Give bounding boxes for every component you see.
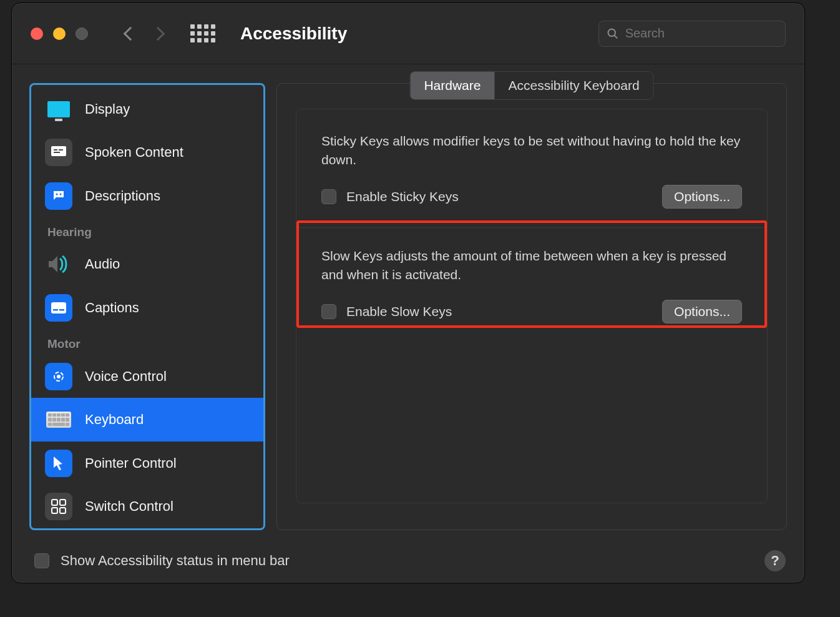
- window-body: Display Spoken Content Descriptions Hear…: [12, 64, 804, 543]
- svg-line-1: [614, 35, 617, 38]
- sidebar-item-pointer-control[interactable]: Pointer Control: [31, 442, 263, 485]
- traffic-lights: [31, 27, 88, 40]
- hardware-panel: Sticky Keys allows modifier keys to be s…: [296, 109, 768, 503]
- search-input[interactable]: [625, 26, 778, 41]
- audio-icon: [45, 250, 72, 278]
- sidebar-item-label: Display: [85, 101, 130, 117]
- sidebar-item-label: Switch Control: [85, 498, 173, 515]
- tab-hardware[interactable]: Hardware: [410, 72, 494, 99]
- sticky-keys-options-button[interactable]: Options...: [662, 185, 742, 209]
- svg-rect-5: [54, 152, 60, 153]
- zoom-window-button[interactable]: [76, 27, 88, 40]
- enable-slow-keys-label: Enable Slow Keys: [346, 304, 452, 319]
- window-title: Accessibility: [240, 24, 347, 44]
- preferences-window: Accessibility Display Spoken Content: [11, 2, 805, 583]
- footer: Show Accessibility status in menu bar ?: [12, 543, 804, 583]
- keyboard-icon: [45, 406, 72, 433]
- sidebar-item-label: Spoken Content: [85, 144, 183, 160]
- enable-sticky-keys-checkbox[interactable]: [321, 189, 336, 204]
- sticky-keys-description: Sticky Keys allows modifier keys to be s…: [321, 132, 742, 170]
- divider: [296, 227, 767, 228]
- help-button[interactable]: ?: [764, 550, 786, 571]
- sidebar-item-label: Audio: [85, 256, 120, 272]
- sidebar-item-captions[interactable]: Captions: [31, 286, 263, 330]
- pointer-control-icon: [45, 450, 72, 477]
- sidebar-item-keyboard[interactable]: Keyboard: [31, 398, 263, 442]
- svg-rect-16: [60, 508, 66, 513]
- captions-icon: [45, 294, 72, 322]
- svg-point-11: [57, 375, 61, 378]
- enable-slow-keys-checkbox[interactable]: [321, 304, 336, 319]
- svg-point-6: [56, 193, 58, 195]
- sidebar-item-switch-control[interactable]: Switch Control: [31, 485, 263, 529]
- descriptions-icon: [45, 182, 72, 210]
- slow-keys-description: Slow Keys adjusts the amount of time bet…: [321, 247, 742, 285]
- sidebar-item-label: Voice Control: [85, 368, 167, 385]
- sticky-keys-row: Enable Sticky Keys Options...: [321, 185, 742, 209]
- search-icon: [607, 27, 619, 41]
- slow-keys-options-button[interactable]: Options...: [662, 300, 742, 323]
- tab-bar: Hardware Accessibility Keyboard: [409, 71, 653, 100]
- nav-buttons: [125, 29, 163, 39]
- search-field[interactable]: [598, 21, 786, 47]
- minimize-window-button[interactable]: [53, 27, 66, 40]
- sidebar-item-descriptions[interactable]: Descriptions: [31, 174, 263, 218]
- voice-control-icon: [45, 363, 72, 390]
- slow-keys-row: Enable Slow Keys Options...: [321, 300, 742, 323]
- tab-accessibility-keyboard[interactable]: Accessibility Keyboard: [494, 72, 653, 99]
- show-status-label: Show Accessibility status in menu bar: [61, 553, 290, 569]
- back-icon[interactable]: [124, 26, 138, 41]
- close-window-button[interactable]: [31, 27, 43, 40]
- svg-rect-14: [60, 500, 66, 505]
- section-hearing: Hearing: [31, 218, 263, 243]
- sidebar: Display Spoken Content Descriptions Hear…: [29, 83, 265, 530]
- sidebar-item-voice-control[interactable]: Voice Control: [31, 355, 263, 398]
- sidebar-item-spoken-content[interactable]: Spoken Content: [31, 131, 263, 175]
- sidebar-item-label: Pointer Control: [85, 455, 177, 471]
- svg-point-0: [608, 29, 615, 36]
- display-icon: [45, 96, 72, 123]
- sticky-keys-checkbox-group[interactable]: Enable Sticky Keys: [321, 189, 459, 204]
- titlebar: Accessibility: [12, 3, 804, 64]
- svg-rect-8: [51, 302, 66, 313]
- svg-rect-2: [51, 146, 66, 156]
- svg-rect-13: [52, 500, 57, 505]
- sidebar-item-label: Descriptions: [85, 188, 160, 204]
- show-all-icon[interactable]: [190, 24, 215, 42]
- section-motor: Motor: [31, 330, 263, 355]
- switch-control-icon: [45, 493, 72, 520]
- svg-point-7: [60, 193, 62, 195]
- sidebar-item-label: Keyboard: [85, 412, 144, 428]
- svg-rect-3: [54, 149, 57, 151]
- show-status-checkbox[interactable]: [34, 553, 49, 568]
- enable-sticky-keys-label: Enable Sticky Keys: [346, 189, 459, 204]
- svg-rect-4: [59, 149, 63, 151]
- sidebar-item-display[interactable]: Display: [31, 87, 263, 131]
- forward-icon[interactable]: [151, 26, 165, 41]
- spoken-content-icon: [45, 139, 72, 166]
- content-panel: Hardware Accessibility Keyboard Sticky K…: [276, 83, 787, 530]
- slow-keys-checkbox-group[interactable]: Enable Slow Keys: [321, 304, 452, 319]
- sidebar-item-audio[interactable]: Audio: [31, 243, 263, 287]
- sidebar-item-label: Captions: [85, 300, 139, 316]
- svg-rect-10: [59, 309, 64, 311]
- svg-rect-9: [53, 309, 58, 311]
- svg-rect-15: [52, 508, 57, 513]
